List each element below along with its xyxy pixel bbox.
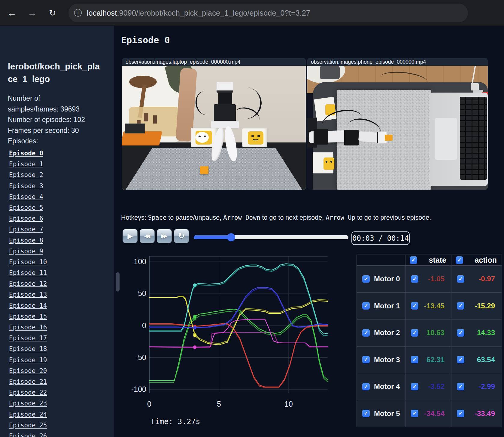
episode-link[interactable]: Episode 11 <box>9 267 108 278</box>
motor-4-action-checkbox[interactable]: ✓ <box>457 383 464 390</box>
motor-0-state-checkbox[interactable]: ✓ <box>411 275 418 283</box>
motor-1-row-checkbox[interactable]: ✓ <box>362 302 370 310</box>
episode-link[interactable]: Episode 14 <box>9 300 108 311</box>
motor-action-cell: ✓-33.49 <box>451 400 502 427</box>
motor-1-state-checkbox[interactable]: ✓ <box>411 302 418 310</box>
video-laptop-camera[interactable]: observation.images.laptop_episode_000000… <box>122 58 306 190</box>
motor-name: Motor 5 <box>374 409 400 418</box>
episode-link[interactable]: Episode 9 <box>9 246 108 257</box>
video-phone-camera[interactable]: observation.images.phone_episode_000000.… <box>307 58 488 190</box>
play-button[interactable]: ▶ <box>123 229 138 243</box>
motor-name: Motor 4 <box>374 382 400 391</box>
episode-link[interactable]: Episode 21 <box>9 376 108 387</box>
loop-button[interactable]: ↻ <box>174 229 189 243</box>
episode-link[interactable]: Episode 19 <box>9 355 108 365</box>
motor-3-state-checkbox[interactable]: ✓ <box>411 356 418 363</box>
motor-3-action-checkbox[interactable]: ✓ <box>457 356 464 363</box>
episode-link[interactable]: Episode 18 <box>9 344 108 354</box>
hotkeys-line: Hotkeys: Space to pause/unpause, Arrow D… <box>121 214 431 222</box>
motor-row-name-cell: ✓Motor 2 <box>357 319 405 347</box>
episode-link[interactable]: Episode 12 <box>9 278 108 289</box>
motor-1-action-checkbox[interactable]: ✓ <box>457 302 464 310</box>
episode-link[interactable]: Episode 8 <box>9 235 108 246</box>
fast-forward-button[interactable]: ▶▶ <box>157 229 172 243</box>
browser-reload-icon[interactable]: ↻ <box>46 0 59 26</box>
dataset-info-line: Number of <box>8 93 107 104</box>
episode-link[interactable]: Episode 13 <box>9 289 108 300</box>
motor-action-value: -2.99 <box>478 382 495 391</box>
hotkeys-text: to go to next episode, <box>260 214 326 221</box>
dataset-info-line: Episodes: <box>8 136 107 147</box>
state-column-checkbox[interactable]: ✓ <box>410 256 417 264</box>
panda-eye <box>199 136 201 137</box>
address-bar[interactable]: ⓘ localhost:9090/lerobot/koch_pick_place… <box>68 4 468 22</box>
episode-link[interactable]: Episode 7 <box>9 224 108 235</box>
hotkeys-text: to go to previous episode. <box>355 214 431 221</box>
episode-link[interactable]: Episode 10 <box>9 257 108 267</box>
motor-state-value: -34.54 <box>424 409 445 418</box>
browser-forward-icon[interactable]: → <box>25 0 39 26</box>
motor-name: Motor 2 <box>374 329 400 337</box>
motor-0-row-checkbox[interactable]: ✓ <box>362 275 370 283</box>
motor-4-row-checkbox[interactable]: ✓ <box>362 383 370 390</box>
browser-back-icon[interactable]: ← <box>5 0 19 26</box>
seek-slider-thumb[interactable] <box>227 233 235 241</box>
hug-emoji-sticker <box>248 131 263 144</box>
svg-text:50: 50 <box>138 289 146 298</box>
motor-row-name-cell: ✓Motor 4 <box>357 373 405 400</box>
episode-link[interactable]: Episode 16 <box>9 322 108 333</box>
motor-row-name-cell: ✓Motor 1 <box>357 293 405 320</box>
seek-slider-fill <box>194 235 231 239</box>
motor-5-state-checkbox[interactable]: ✓ <box>411 410 418 417</box>
motor-0-action-checkbox[interactable]: ✓ <box>457 275 464 283</box>
chart-time-label: Time: 3.27s <box>150 417 200 426</box>
sidebar: lerobot/koch_pick_place_1_lego Number of… <box>0 26 114 437</box>
motor-name: Motor 3 <box>374 356 400 364</box>
episode-link[interactable]: Episode 1 <box>9 159 108 170</box>
episode-link[interactable]: Episode 25 <box>9 420 108 431</box>
motor-2-action-checkbox[interactable]: ✓ <box>457 329 464 337</box>
table-corner-cell <box>357 255 405 266</box>
play-icon: ▶ <box>127 232 133 240</box>
motor-4-state-checkbox[interactable]: ✓ <box>411 383 418 390</box>
laptop-trackpad <box>435 118 457 160</box>
episode-link[interactable]: Episode 5 <box>9 202 108 213</box>
svg-text:0: 0 <box>147 400 151 408</box>
episode-link-active[interactable]: Episode 0 <box>9 148 108 159</box>
robot-bracket <box>211 121 239 128</box>
motor-2-row-checkbox[interactable]: ✓ <box>362 329 370 337</box>
robot-joint <box>314 129 328 145</box>
episode-link[interactable]: Episode 24 <box>9 409 108 420</box>
episode-list: Episode 0Episode 1Episode 2Episode 3Epis… <box>9 148 108 437</box>
video-label: observation.images.laptop_episode_000000… <box>122 58 306 66</box>
episode-link[interactable]: Episode 2 <box>9 170 108 180</box>
video-frame-laptop <box>122 66 306 190</box>
hotkeys-text: Hotkeys: <box>121 214 148 221</box>
rewind-button[interactable]: ◀◀ <box>140 229 155 243</box>
motor-5-action-checkbox[interactable]: ✓ <box>457 410 464 417</box>
episode-link[interactable]: Episode 22 <box>9 387 108 398</box>
site-info-icon[interactable]: ⓘ <box>74 8 82 18</box>
emoji-mouth <box>252 136 259 140</box>
episode-link[interactable]: Episode 26 <box>9 431 108 437</box>
motor-2-state-checkbox[interactable]: ✓ <box>411 329 418 337</box>
lego-brick <box>385 135 392 141</box>
episode-link[interactable]: Episode 4 <box>9 191 108 202</box>
motor-state-cell: ✓-3.52 <box>405 373 451 400</box>
motor-row-name-cell: ✓Motor 3 <box>357 347 405 374</box>
motor-3-row-checkbox[interactable]: ✓ <box>362 356 370 363</box>
action-column-checkbox[interactable]: ✓ <box>456 256 463 264</box>
episode-link[interactable]: Episode 6 <box>9 213 108 224</box>
seek-slider[interactable] <box>194 235 348 239</box>
episode-link[interactable]: Episode 17 <box>9 333 108 344</box>
laptop-keyboard <box>460 97 487 180</box>
svg-text:10: 10 <box>284 400 293 408</box>
scrollbar-thumb[interactable] <box>116 272 120 292</box>
episode-link[interactable]: Episode 20 <box>9 365 108 376</box>
episode-link[interactable]: Episode 23 <box>9 398 108 409</box>
motor-action-value: 63.54 <box>477 356 495 364</box>
panda-eye <box>204 136 206 137</box>
episode-link[interactable]: Episode 15 <box>9 311 108 322</box>
motor-5-row-checkbox[interactable]: ✓ <box>362 410 370 417</box>
episode-link[interactable]: Episode 3 <box>9 181 108 191</box>
